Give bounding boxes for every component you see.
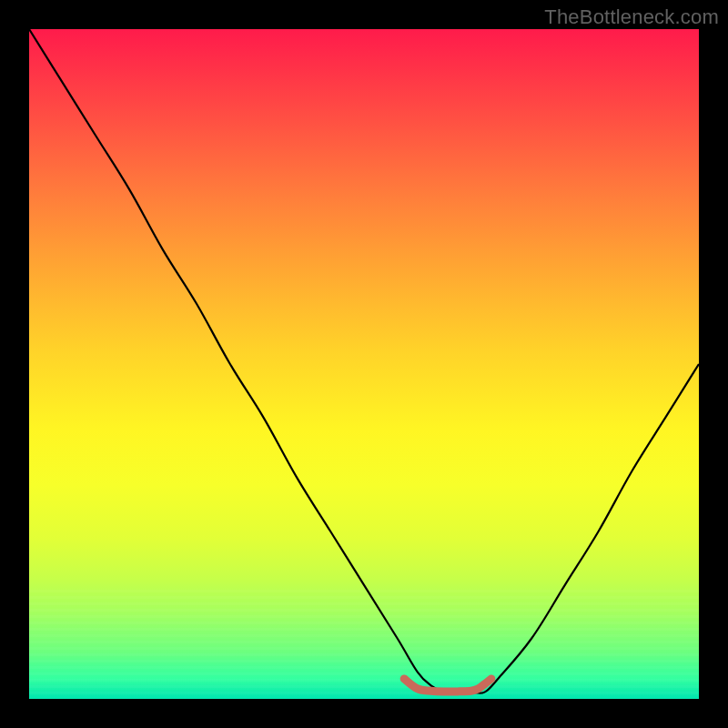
curve-layer [29,29,699,699]
watermark-text: TheBottleneck.com [544,5,719,29]
highlight-curve [404,679,491,692]
plot-area [29,29,699,699]
curve-svg [29,29,699,699]
main-curve [29,29,699,693]
chart-frame: TheBottleneck.com [0,0,728,728]
